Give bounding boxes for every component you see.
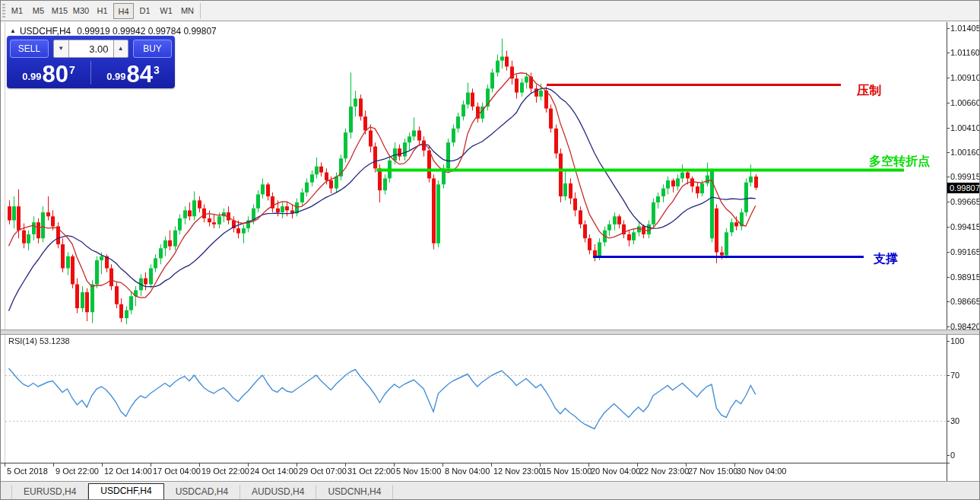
chart-tab-audusd[interactable]: AUDUSD,H4 (240, 485, 316, 500)
price-axis-label: 1.00410 (950, 123, 980, 132)
bid-price-prefix: 0.99 (22, 71, 41, 82)
timeframe-button-m5[interactable]: M5 (28, 3, 49, 19)
date-axis-label: 31 Oct 22:00 (347, 467, 395, 476)
pane-divider[interactable] (1, 330, 979, 335)
timeframe-button-h1[interactable]: H1 (92, 3, 113, 19)
chart-title: ▲USDCHF,H40.99919 0.99942 0.99784 0.9980… (10, 26, 217, 37)
date-axis-label: 15 Nov 15:00 (542, 467, 591, 476)
bid-price-big: 80 (43, 64, 68, 85)
timeframe-button-mn[interactable]: MN (177, 3, 198, 19)
indicator-axis-label: 70 (950, 371, 959, 380)
chart-tab-usdcad[interactable]: USDCAD,H4 (164, 485, 240, 500)
annotation-label-long-short-pivot[interactable]: 多空转折点 (869, 154, 930, 170)
toolbar-grip-icon[interactable] (2, 4, 5, 18)
timeframe-button-w1[interactable]: W1 (156, 3, 176, 19)
ask-price-big: 84 (127, 64, 153, 85)
chart-tab-usdcnh[interactable]: USDCNH,H4 (316, 485, 393, 500)
indicator-axis-label: 100 (950, 336, 964, 346)
ask-price-prefix: 0.99 (106, 71, 125, 82)
date-axis-label: 5 Nov 15:00 (396, 467, 441, 476)
timeframe-toolbar: M1M5M15M30H1H4D1W1MN (1, 1, 979, 21)
price-axis-label: 1.00160 (950, 148, 980, 157)
annotation-label-support[interactable]: 支撑 (874, 251, 898, 267)
one-click-trading-panel: SELL ▼ ▲ BUY 0.99 80 7 0.99 84 3 (7, 36, 175, 88)
indicator-label: RSI(14) 53.1238 (8, 336, 70, 346)
date-axis-label: 24 Oct 14:00 (250, 467, 298, 476)
date-axis-label: 27 Nov 15:00 (688, 467, 737, 476)
date-axis-label: 9 Oct 22:00 (56, 467, 99, 476)
sell-button[interactable]: SELL (10, 40, 49, 58)
price-axis-label: 0.99165 (950, 247, 980, 256)
collapse-panel-icon[interactable]: ▲ (10, 27, 16, 34)
chart-symbol-label: USDCHF,H4 (20, 26, 71, 37)
price-axis-label: 0.99415 (950, 222, 980, 231)
chart-ohlc-values: 0.99919 0.99942 0.99784 0.99807 (77, 26, 217, 37)
timeframe-button-d1[interactable]: D1 (135, 3, 155, 19)
date-axis-label: 22 Nov 23:00 (639, 467, 689, 476)
date-axis-label: 29 Oct 07:00 (299, 467, 347, 476)
price-axis-label: 0.99665 (950, 197, 980, 206)
price-axis-label: 0.98420 (950, 322, 980, 331)
volume-input[interactable] (69, 40, 113, 58)
bid-price-pip: 7 (69, 64, 75, 76)
date-axis-label: 19 Oct 22:00 (201, 467, 249, 476)
indicator-name: RSI(14) (8, 336, 37, 346)
chart-tab-usdchf[interactable]: USDCHF,H4 (88, 483, 163, 500)
timeframe-button-m1[interactable]: M1 (7, 3, 27, 19)
price-axis-label: 1.00910 (950, 73, 980, 82)
date-axis-label: 17 Oct 04:00 (153, 467, 201, 476)
timeframe-button-m30[interactable]: M30 (71, 3, 91, 19)
volume-decrease-icon[interactable]: ▼ (53, 40, 69, 58)
date-axis-label: 30 Nov 04:00 (737, 467, 786, 476)
toolbar-separator (200, 3, 201, 19)
buy-button[interactable]: BUY (133, 40, 172, 58)
price-axis-label: 0.98915 (950, 272, 980, 282)
current-price-badge: 0.99807 (947, 183, 980, 193)
indicator-value: 53.1238 (40, 336, 70, 346)
price-axis-label: 1.01160 (950, 48, 980, 57)
timeframe-button-m15[interactable]: M15 (49, 3, 70, 19)
annotation-label-resistance[interactable]: 压制 (857, 83, 881, 99)
price-axis-label: 0.99915 (950, 172, 980, 181)
terminal-window: M1M5M15M30H1H4D1W1MN ▲USDCHF,H40.99919 0… (0, 0, 980, 500)
date-axis-label: 12 Oct 14:00 (104, 467, 152, 476)
date-axis-label: 12 Nov 23:00 (493, 467, 543, 476)
volume-increase-icon[interactable]: ▲ (113, 40, 129, 58)
date-axis-label: 5 Oct 2018 (7, 467, 48, 476)
ask-price-pip: 3 (154, 64, 160, 76)
price-axis-label: 1.00660 (950, 98, 980, 107)
price-axis-label: 0.98665 (950, 297, 980, 306)
timeframe-button-h4[interactable]: H4 (113, 3, 134, 19)
chart-tab-eurusd[interactable]: EURUSD,H4 (11, 485, 88, 500)
date-axis-label: 8 Nov 04:00 (445, 467, 490, 476)
indicator-axis-label: 30 (950, 416, 959, 425)
chart-tab-bar: EURUSD,H4USDCHF,H4USDCAD,H4AUDUSD,H4USDC… (1, 481, 979, 500)
price-axis-label: 1.01405 (950, 24, 980, 33)
indicator-axis-label: 0 (950, 451, 955, 460)
ask-price[interactable]: 0.99 84 3 (91, 59, 175, 88)
date-axis-label: 20 Nov 04:00 (591, 467, 640, 476)
bid-price[interactable]: 0.99 80 7 (7, 59, 90, 88)
